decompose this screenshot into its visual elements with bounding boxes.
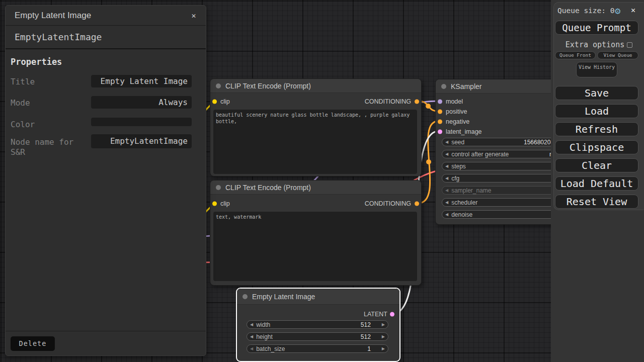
widget-value: 1 [367, 345, 371, 352]
node-title-bar[interactable]: Empty Latent Image [237, 289, 399, 305]
refresh-button[interactable]: Refresh [555, 122, 638, 136]
input-port-model[interactable] [438, 100, 442, 104]
field-label-mode: Mode [11, 98, 90, 108]
node-clip-text-encode-positive[interactable]: CLIP Text Encode (Prompt) clip CONDITION… [210, 78, 422, 176]
widget-width[interactable]: ◀ width 512 ▶ [247, 320, 388, 329]
widget-name: width [256, 321, 270, 328]
node-title-bar[interactable]: CLIP Text Encode (Prompt) [210, 79, 421, 93]
input-port-label: latent_image [446, 128, 482, 135]
queue-size-label: Queue size: 0 [557, 7, 615, 15]
input-port-label: clip [220, 200, 230, 207]
clear-button[interactable]: Clear [555, 158, 638, 172]
queue-prompt-button[interactable]: Queue Prompt [555, 21, 638, 35]
settings-gear-icon[interactable]: ⚙ [615, 5, 620, 17]
node-title-bar[interactable]: CLIP Text Encode (Prompt) [210, 180, 421, 195]
clipspace-button[interactable]: Clipspace [555, 140, 638, 154]
collapse-dot-icon[interactable] [216, 83, 221, 88]
node-type-name: EmptyLatentImage [6, 26, 206, 49]
widget-batch-size[interactable]: ◀ batch_size 1 ▶ [247, 344, 388, 353]
extra-options-checkbox[interactable] [627, 42, 632, 48]
collapse-dot-icon[interactable] [441, 84, 446, 89]
increment-arrow-icon[interactable]: ▶ [379, 321, 388, 328]
widget-name: control after generate [451, 151, 509, 158]
properties-heading: Properties [11, 57, 62, 67]
prompt-text-area[interactable]: text, watermark [213, 212, 417, 281]
field-label-node-name: Node name for S&R [11, 137, 90, 157]
node-ksampler[interactable]: KSampler model positive negative latent_… [435, 79, 558, 225]
field-input-title[interactable]: Empty Latent Image [91, 75, 192, 87]
input-port-label: model [446, 98, 463, 105]
widget-scheduler[interactable]: ◀ scheduler [442, 198, 559, 207]
decrement-arrow-icon[interactable]: ◀ [247, 333, 256, 340]
decrement-arrow-icon[interactable]: ◀ [442, 211, 451, 218]
input-port-clip[interactable] [212, 202, 217, 206]
widget-name: denoise [451, 211, 472, 218]
field-input-node-name[interactable]: EmptyLatentImage [91, 134, 192, 148]
input-port-label: clip [220, 98, 230, 105]
input-port-latent-image[interactable] [438, 130, 442, 134]
output-port-conditioning[interactable] [415, 100, 419, 104]
close-icon[interactable]: ✕ [631, 6, 635, 15]
load-button[interactable]: Load [555, 104, 638, 118]
node-clip-text-encode-negative[interactable]: CLIP Text Encode (Prompt) clip CONDITION… [210, 180, 422, 286]
input-port-positive[interactable] [438, 110, 442, 114]
increment-arrow-icon[interactable]: ▶ [379, 345, 388, 352]
widget-height[interactable]: ◀ height 512 ▶ [247, 332, 388, 341]
collapse-dot-icon[interactable] [216, 185, 221, 190]
node-title: CLIP Text Encode (Prompt) [225, 82, 311, 90]
decrement-arrow-icon[interactable]: ◀ [442, 174, 451, 182]
widget-control-after-generate[interactable]: ◀ control after generate randomize [442, 150, 559, 158]
widget-name: cfg [451, 175, 459, 182]
input-port-clip[interactable] [212, 100, 217, 104]
delete-button[interactable]: Delete [11, 336, 55, 351]
widget-name: seed [451, 139, 464, 146]
widget-value: 512 [361, 321, 371, 328]
field-input-color[interactable] [91, 118, 192, 126]
reset-view-button[interactable]: Reset View [555, 195, 638, 209]
widget-steps[interactable]: ◀ steps [442, 162, 559, 170]
widget-cfg[interactable]: ◀ cfg [442, 174, 559, 183]
prompt-text-area[interactable]: beautiful scenery nature glass bottle la… [213, 110, 417, 174]
widget-seed[interactable]: ◀ seed 1566802087 [442, 138, 559, 146]
node-title: Empty Latent Image [252, 293, 315, 301]
save-button[interactable]: Save [555, 86, 638, 100]
decrement-arrow-icon[interactable]: ◀ [442, 162, 451, 170]
view-queue-button[interactable]: View Queue [597, 51, 638, 59]
decrement-arrow-icon[interactable]: ◀ [442, 199, 451, 206]
panel-title-bar: Empty Latent Image ✕ [6, 6, 206, 26]
output-port-conditioning[interactable] [415, 202, 419, 206]
increment-arrow-icon[interactable]: ▶ [379, 333, 388, 340]
field-input-mode[interactable]: Always [91, 96, 192, 109]
link-midpoint-dot[interactable] [426, 159, 431, 164]
widget-name: steps [451, 163, 466, 170]
widget-sampler-name[interactable]: ◀ sampler_name [442, 186, 559, 195]
widget-name: height [256, 333, 273, 340]
node-properties-panel: Empty Latent Image ✕ EmptyLatentImage Pr… [5, 5, 206, 356]
input-port-label: positive [446, 108, 467, 115]
input-port-negative[interactable] [438, 120, 442, 124]
decrement-arrow-icon[interactable]: ◀ [442, 187, 451, 194]
decrement-arrow-icon[interactable]: ◀ [247, 345, 256, 352]
widget-value: 512 [361, 333, 371, 340]
extra-options-label: Extra options [566, 40, 624, 49]
node-title-bar[interactable]: KSampler [436, 79, 558, 94]
widget-name: scheduler [451, 199, 477, 206]
decrement-arrow-icon[interactable]: ◀ [442, 138, 451, 146]
queue-front-button[interactable]: Queue Front [555, 51, 596, 59]
close-icon[interactable]: ✕ [189, 11, 199, 21]
comfyui-app: CLIP Text Encode (Prompt) clip CONDITION… [0, 0, 644, 362]
menu-column: Queue size: 0 ⚙ ✕ Queue Prompt Extra opt… [551, 0, 644, 362]
node-empty-latent-image[interactable]: Empty Latent Image LATENT ◀ width 512 ▶ … [236, 288, 400, 361]
link-midpoint-dot[interactable] [426, 104, 431, 109]
decrement-arrow-icon[interactable]: ◀ [247, 321, 256, 328]
view-history-button[interactable]: View History [576, 62, 617, 77]
field-label-color: Color [11, 120, 90, 130]
widget-denoise[interactable]: ◀ denoise [442, 210, 559, 219]
node-title: KSampler [451, 82, 481, 90]
load-default-button[interactable]: Load Default [555, 176, 638, 191]
decrement-arrow-icon[interactable]: ◀ [442, 150, 451, 158]
node-title: CLIP Text Encode (Prompt) [225, 184, 311, 192]
collapse-dot-icon[interactable] [243, 294, 248, 299]
main-menu: Queue size: 0 ⚙ ✕ Queue Prompt Extra opt… [553, 2, 644, 210]
output-port-latent[interactable] [390, 312, 394, 317]
